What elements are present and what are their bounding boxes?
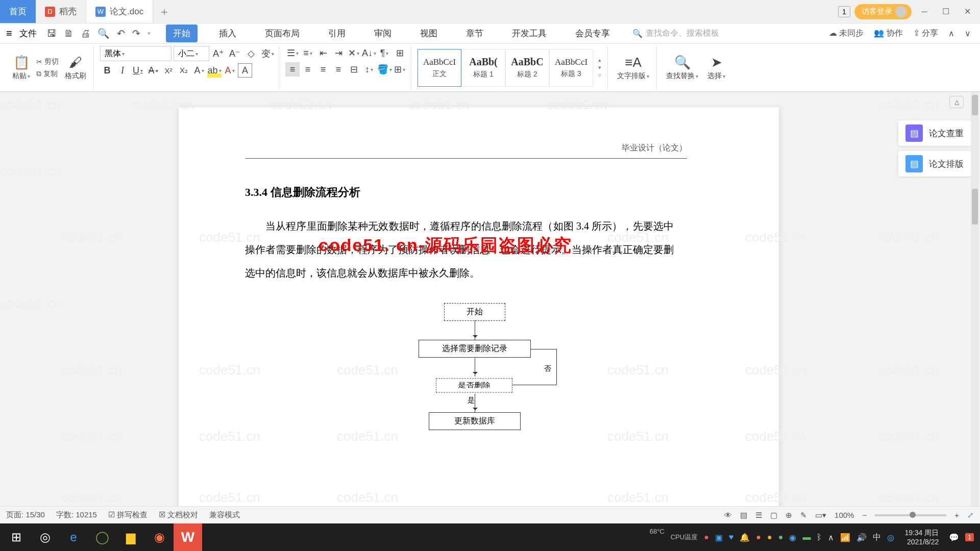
- bluetooth-icon[interactable]: ᛒ: [817, 533, 822, 542]
- menu-tab-insert[interactable]: 插入: [212, 24, 243, 42]
- phonetic-button[interactable]: 变: [260, 46, 275, 61]
- bullets-button[interactable]: ☰: [285, 46, 300, 60]
- tab-home[interactable]: 首页: [0, 0, 36, 23]
- distributed-button[interactable]: ⊟: [347, 62, 361, 77]
- line-spacing-button[interactable]: ↕: [362, 62, 376, 77]
- view-web-icon[interactable]: ⊕: [786, 511, 792, 520]
- notification-badge[interactable]: 1: [965, 533, 974, 541]
- file-menu[interactable]: 文件: [19, 28, 37, 39]
- scrollbar-thumb[interactable]: [972, 189, 978, 224]
- sort-button[interactable]: A↓: [362, 46, 376, 60]
- zoom-in-button[interactable]: +: [954, 511, 959, 519]
- system-clock[interactable]: 19:34 周日 2021/8/22: [900, 528, 943, 546]
- page[interactable]: 毕业设计（论文） 3.3.4 信息删除流程分析 当从程序里面删除某种无效数据时，…: [179, 107, 779, 531]
- numbering-button[interactable]: ≡: [301, 46, 315, 60]
- redo-icon[interactable]: ↷: [132, 28, 140, 39]
- collaborate-button[interactable]: 👥 协作: [874, 28, 902, 39]
- tray-icon[interactable]: ●: [767, 533, 772, 542]
- word-count[interactable]: 字数: 10215: [56, 510, 97, 520]
- undo-icon[interactable]: ↶: [117, 28, 125, 39]
- toggle-marks-button[interactable]: ⊞: [393, 46, 407, 60]
- style-normal[interactable]: AaBbCcI正文: [418, 49, 461, 87]
- ribbon-collapse-down-icon[interactable]: ∨: [965, 29, 971, 38]
- save-icon[interactable]: 🖫: [47, 28, 57, 39]
- shading-button[interactable]: 🪣: [377, 62, 391, 77]
- text-effects-button[interactable]: A: [192, 63, 206, 78]
- shrink-font-button[interactable]: A⁻: [228, 46, 242, 61]
- tray-icon[interactable]: 🔔: [740, 533, 750, 542]
- align-right-button[interactable]: ≡: [316, 62, 330, 77]
- explorer-icon[interactable]: ▆: [116, 523, 145, 551]
- page-indicator[interactable]: 页面: 15/30: [6, 510, 45, 520]
- qat-dropdown-icon[interactable]: ▾: [148, 30, 151, 37]
- view-outline-icon[interactable]: ☰: [755, 511, 762, 520]
- hamburger-icon[interactable]: ≡: [4, 28, 14, 39]
- maximize-button[interactable]: ☐: [937, 4, 954, 19]
- clear-format-button[interactable]: ◇: [244, 46, 258, 61]
- styles-expand-icon[interactable]: ▿: [598, 72, 601, 79]
- new-tab-button[interactable]: ＋: [153, 0, 176, 23]
- app-icon[interactable]: ◉: [145, 523, 174, 551]
- ie-icon[interactable]: e: [59, 523, 88, 551]
- grow-font-button[interactable]: A⁺: [211, 46, 226, 61]
- notifications-icon[interactable]: 💬: [949, 533, 959, 542]
- style-heading2[interactable]: AaBbC标题 2: [505, 49, 549, 87]
- styles-scroll-up-icon[interactable]: ▴: [598, 57, 601, 63]
- indent-increase-button[interactable]: ⇥: [331, 46, 346, 60]
- save-as-icon[interactable]: 🗎: [64, 28, 74, 39]
- tab-docer[interactable]: D 稻壳: [36, 0, 86, 23]
- wps-icon[interactable]: W: [174, 523, 202, 551]
- menu-tab-reference[interactable]: 引用: [321, 24, 353, 42]
- menu-tab-start[interactable]: 开始: [166, 24, 198, 42]
- menu-tab-devtools[interactable]: 开发工具: [505, 24, 554, 42]
- menu-tab-chapter[interactable]: 章节: [459, 24, 491, 42]
- menu-tab-vip[interactable]: 会员专享: [568, 24, 617, 42]
- tray-icon[interactable]: ●: [704, 533, 709, 542]
- cpu-temp-label[interactable]: CPU温度: [671, 533, 698, 542]
- tray-icon[interactable]: ▣: [715, 533, 723, 542]
- zoom-out-button[interactable]: −: [862, 511, 867, 519]
- guest-login-button[interactable]: 访客登录: [854, 4, 912, 19]
- cut-button[interactable]: ✂剪切: [36, 57, 59, 66]
- strikethrough-button[interactable]: A: [146, 63, 160, 78]
- align-center-button[interactable]: ≡: [301, 62, 315, 77]
- format-painter-button[interactable]: 🖌 格式刷: [62, 54, 89, 82]
- side-check-plagiarism[interactable]: ▤ 论文查重: [898, 120, 971, 146]
- tab-document[interactable]: W 论文.doc: [86, 0, 153, 23]
- tray-expand-icon[interactable]: ∧: [828, 533, 834, 542]
- taskview-icon[interactable]: ◎: [31, 523, 59, 551]
- find-replace-button[interactable]: 🔍查找替换: [663, 54, 701, 82]
- style-heading1[interactable]: AaBb(标题 1: [461, 49, 505, 87]
- wifi-icon[interactable]: 📶: [840, 533, 850, 542]
- vertical-scrollbar[interactable]: [971, 92, 979, 531]
- menu-tab-review[interactable]: 审阅: [367, 24, 399, 42]
- text-layout-button[interactable]: ≡A文字排版: [614, 54, 652, 82]
- start-button[interactable]: ⊞: [2, 523, 31, 551]
- font-name-select[interactable]: 黑体: [100, 46, 172, 61]
- print-preview-icon[interactable]: 🔍: [97, 28, 110, 39]
- tray-icon[interactable]: ◎: [887, 533, 894, 542]
- side-layout-thesis[interactable]: ▤ 论文排版: [898, 151, 971, 177]
- style-heading3[interactable]: AaBbCcI标题 3: [549, 49, 593, 87]
- view-page-icon[interactable]: ▤: [740, 511, 747, 520]
- browser-icon[interactable]: ◯: [88, 523, 116, 551]
- styles-scroll-down-icon[interactable]: ▾: [598, 64, 601, 71]
- borders-button[interactable]: ⊞: [393, 62, 407, 77]
- tray-icon[interactable]: ●: [756, 533, 761, 542]
- align-left-button[interactable]: ≡: [285, 62, 300, 77]
- share-button[interactable]: ⇪ 分享: [913, 28, 938, 39]
- indent-decrease-button[interactable]: ⇤: [316, 46, 330, 60]
- zoom-knob[interactable]: [910, 512, 916, 518]
- asian-layout-button[interactable]: ✕: [347, 46, 361, 60]
- menu-tab-layout[interactable]: 页面布局: [258, 24, 307, 42]
- paste-button[interactable]: 📋 粘贴: [9, 54, 33, 82]
- tray-icon[interactable]: ♥: [729, 533, 734, 542]
- superscript-button[interactable]: X²: [161, 63, 176, 78]
- eye-care-icon[interactable]: 👁: [724, 511, 732, 519]
- italic-button[interactable]: I: [115, 63, 130, 78]
- ribbon-collapse-up-icon[interactable]: ∧: [948, 29, 954, 38]
- zoom-slider[interactable]: [875, 514, 946, 516]
- copy-button[interactable]: ⧉复制: [36, 69, 59, 79]
- volume-icon[interactable]: 🔊: [856, 533, 867, 542]
- highlight-button[interactable]: ab: [207, 63, 222, 78]
